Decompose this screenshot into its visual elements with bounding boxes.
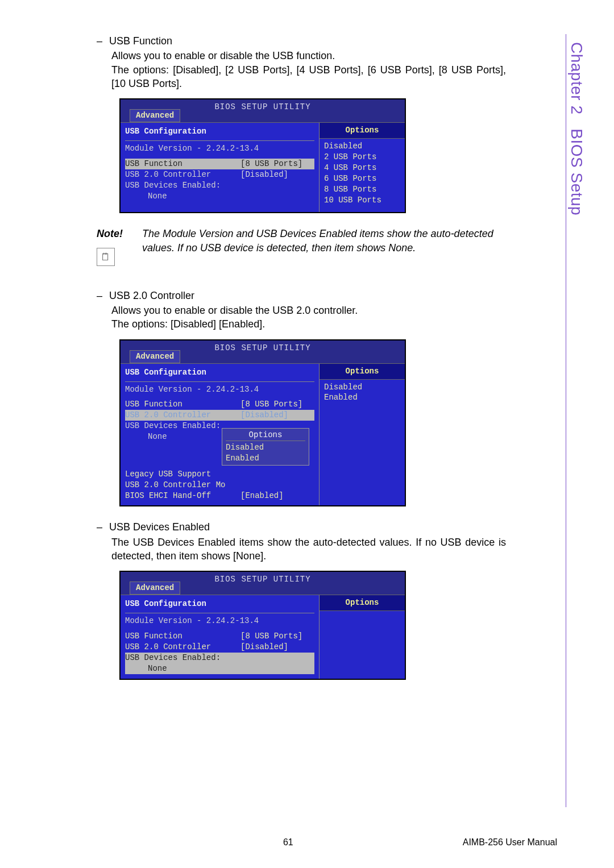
cell-value: [Disabled] [240,410,314,421]
cell-value: [Disabled] [240,642,314,653]
option-item[interactable]: 10 USB Ports [324,195,400,206]
cell-value: [8 USB Ports] [240,159,314,169]
popup-item[interactable]: Disabled [226,442,305,453]
desc-line: The options: [Disabled] [Enabled]. [111,318,265,330]
option-item[interactable]: Enabled [324,392,400,403]
bios-screenshot-3: BIOS SETUP UTILITY Advanced USB Configur… [119,571,406,679]
cell-label: BIOS EHCI Hand-Off [125,491,240,501]
bios-section-title: USB Configuration [125,126,314,137]
bios-tab-advanced[interactable]: Advanced [130,582,180,595]
row-legacy-usb[interactable]: Legacy USB Support [125,469,314,480]
section-desc: The USB Devices Enabled items show the a… [111,535,506,563]
option-item[interactable]: 2 USB Ports [324,152,400,163]
section-title: USB 2.0 Controller [109,289,194,302]
cell-value: [Disabled] [240,169,314,180]
cell-label: None [125,663,314,674]
bios-titlebar: BIOS SETUP UTILITY Advanced [121,572,405,595]
option-item[interactable]: 8 USB Ports [324,184,400,195]
row-none: None [125,191,314,202]
divider [125,381,314,382]
option-item[interactable]: 4 USB Ports [324,163,400,173]
module-version: Module Version - 2.24.2-13.4 [125,143,314,154]
option-item[interactable]: Disabled [324,141,400,152]
cell-value: [Enabled] [240,491,314,501]
bios-left-panel: USB Configuration Module Version - 2.24.… [121,364,320,506]
section-title: USB Function [109,34,172,48]
note-label: Note! [97,227,134,240]
bios-titlebar: BIOS SETUP UTILITY Advanced [121,340,405,363]
bios-section-title: USB Configuration [125,367,314,378]
chapter-side-tab: Chapter 2 BIOS Setup [566,34,586,807]
options-header: Options [320,595,405,611]
module-version: Module Version - 2.24.2-13.4 [125,384,314,395]
options-list [320,611,405,616]
row-usb-function[interactable]: USB Function [8 USB Ports] [125,399,314,410]
cell-label: USB Function [125,399,240,410]
popup-item[interactable]: Enabled [226,453,305,464]
bios-section-title: USB Configuration [125,599,314,609]
row-usb20-controller[interactable]: USB 2.0 Controller [Disabled] [125,642,314,653]
options-header: Options [320,123,405,139]
row-usb20-controller[interactable]: USB 2.0 Controller [Disabled] [125,169,314,180]
module-version: Module Version - 2.24.2-13.4 [125,616,314,626]
chapter-section: BIOS Setup [568,128,586,215]
section-title: USB Devices Enabled [109,520,210,534]
desc-line: The options: [Disabled], [2 USB Ports], … [111,64,506,89]
desc-line: The USB Devices Enabled items show the a… [111,537,506,562]
desc-line: Allows you to enable or disable the USB … [111,50,335,61]
row-none: None [125,663,314,674]
cell-label: USB Function [125,159,240,169]
page-footer: 61 AIMB-256 User Manual [0,837,614,848]
bullet-dash: – [97,289,103,302]
manual-name: AIMB-256 User Manual [463,837,557,848]
section-desc: Allows you to enable or disable the USB … [111,49,506,90]
row-usb20-controller[interactable]: USB 2.0 Controller [Disabled] [125,410,314,421]
chapter-number: Chapter 2 [568,42,586,114]
cell-value: [8 USB Ports] [240,631,314,642]
options-list: Disabled 2 USB Ports 4 USB Ports 6 USB P… [320,139,405,207]
section-usb20-controller: – USB 2.0 Controller [97,289,506,302]
note-block: Note! 🗒 The Module Version and USB Devic… [97,227,506,265]
row-usb-devices-enabled: USB Devices Enabled: [125,180,314,191]
bios-left-panel: USB Configuration Module Version - 2.24.… [121,595,320,678]
divider [125,140,314,141]
chapter-side-label: Chapter 2 BIOS Setup [566,34,586,215]
section-usb-function: – USB Function [97,34,506,48]
note-text: The Module Version and USB Devices Enabl… [142,227,506,265]
note-left: Note! 🗒 [97,227,134,265]
option-item[interactable]: Disabled [324,382,400,393]
bios-body: USB Configuration Module Version - 2.24.… [121,122,405,212]
options-popup: Options Disabled Enabled [222,428,309,466]
note-icon: 🗒 [97,248,115,266]
bios-body: USB Configuration Module Version - 2.24.… [121,595,405,678]
row-usb-function[interactable]: USB Function [8 USB Ports] [125,159,314,169]
divider [125,613,314,613]
bios-tab-advanced[interactable]: Advanced [130,350,180,363]
cell-label: USB Function [125,631,240,642]
cell-label: None [125,431,199,469]
cell-label: USB 2.0 Controller [125,169,240,180]
options-header: Options [320,364,405,380]
bios-right-panel: Options [320,595,405,678]
row-usb20-mode[interactable]: USB 2.0 Controller Mo [125,480,314,491]
row-usb-function[interactable]: USB Function [8 USB Ports] [125,631,314,642]
bios-right-panel: Options Disabled Enabled [320,364,405,506]
page-content: – USB Function Allows you to enable or d… [97,34,506,680]
cell-label: USB Devices Enabled: [125,180,314,191]
cell-label: USB 2.0 Controller Mo [125,480,314,491]
bios-right-panel: Options Disabled 2 USB Ports 4 USB Ports… [320,123,405,212]
bios-screenshot-2: BIOS SETUP UTILITY Advanced USB Configur… [119,339,406,507]
cell-value: [8 USB Ports] [240,399,314,410]
section-desc: Allows you to enable or disable the USB … [111,304,506,331]
cell-label: USB 2.0 Controller [125,410,240,421]
bios-body: USB Configuration Module Version - 2.24.… [121,363,405,506]
row-with-popup: None Options Disabled Enabled [125,431,314,469]
page-number: 61 [283,837,293,848]
row-usb-devices-enabled: USB Devices Enabled: [125,653,314,663]
cell-label: USB Devices Enabled: [125,653,314,663]
bios-tab-advanced[interactable]: Advanced [130,109,180,122]
option-item[interactable]: 6 USB Ports [324,173,400,184]
row-ehci-handoff[interactable]: BIOS EHCI Hand-Off [Enabled] [125,491,314,501]
bullet-dash: – [97,34,103,48]
cell-label: Legacy USB Support [125,469,314,480]
